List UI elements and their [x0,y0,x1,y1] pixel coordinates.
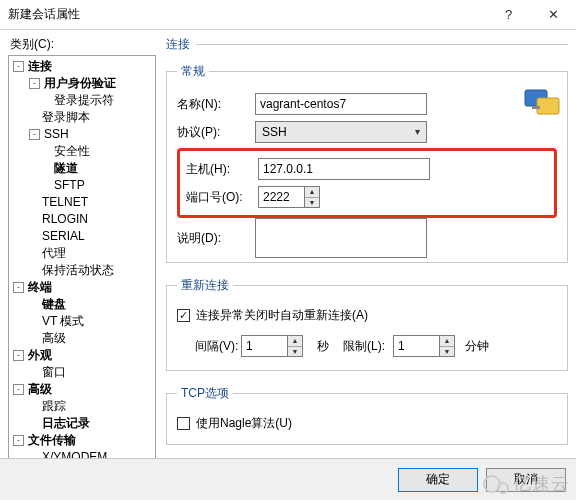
input-host[interactable] [258,158,430,180]
input-port[interactable]: ▲▼ [258,186,320,208]
tree-node-advanced-terminal[interactable]: 高级 [9,330,155,347]
tree-node-telnet[interactable]: TELNET [9,194,155,211]
tree-node-login-prompt[interactable]: 登录提示符 [9,92,155,109]
unit-seconds: 秒 [303,338,343,355]
collapse-icon[interactable]: - [13,61,24,72]
select-protocol[interactable]: SSH ▾ [255,121,427,143]
close-button[interactable]: ✕ [531,0,576,29]
input-description[interactable] [255,218,427,258]
ok-button[interactable]: 确定 [398,468,478,492]
unit-minutes: 分钟 [455,338,489,355]
label-name: 名称(N): [177,96,255,113]
row-host: 主机(H): [186,155,548,183]
label-interval: 间隔(V): [177,338,241,355]
group-reconnect: 重新连接 ✓ 连接异常关闭时自动重新连接(A) 间隔(V): ▲▼ 秒 限制(L… [166,277,568,371]
label-protocol: 协议(P): [177,124,255,141]
tree-node-connection[interactable]: - 连接 [9,58,155,75]
tree-node-sftp[interactable]: SFTP [9,177,155,194]
row-port: 端口号(O): ▲▼ [186,183,548,211]
label-description: 说明(D): [177,230,255,247]
spinner-buttons[interactable]: ▲▼ [304,186,320,208]
category-panel: 类别(C): - 连接 - 用户身份验证 登录提示符 登录脚本 [8,36,156,460]
tree-node-vtmode[interactable]: VT 模式 [9,313,155,330]
row-interval: 间隔(V): ▲▼ 秒 限制(L): ▲▼ 分钟 [177,332,557,360]
tree-node-login-script[interactable]: 登录脚本 [9,109,155,126]
tree-node-appearance[interactable]: - 外观 [9,347,155,364]
collapse-icon[interactable]: - [13,282,24,293]
spinner-buttons[interactable]: ▲▼ [287,335,303,357]
collapse-icon[interactable]: - [29,129,40,140]
label-limit: 限制(L): [343,338,393,355]
tree-node-trace[interactable]: 跟踪 [9,398,155,415]
collapse-icon[interactable]: - [29,78,40,89]
svg-rect-2 [532,106,540,109]
tree-node-filetransfer[interactable]: - 文件传输 [9,432,155,449]
tree-node-serial[interactable]: SERIAL [9,228,155,245]
tree-node-ssh[interactable]: - SSH [9,126,155,143]
spinner-buttons[interactable]: ▲▼ [439,335,455,357]
titlebar: 新建会话属性 ? ✕ [0,0,576,30]
collapse-icon[interactable]: - [13,435,24,446]
group-general-legend: 常规 [177,63,209,80]
dialog-footer: 确定 取消 [0,458,576,500]
monitor-icon [523,88,563,122]
tree-node-advanced[interactable]: - 高级 [9,381,155,398]
row-description: 说明(D): [177,224,557,252]
group-tcp: TCP选项 使用Nagle算法(U) [166,385,568,445]
group-reconnect-legend: 重新连接 [177,277,233,294]
label-nagle: 使用Nagle算法(U) [196,415,292,432]
tree-node-rlogin[interactable]: RLOGIN [9,211,155,228]
tree-node-logging[interactable]: 日志记录 [9,415,155,432]
row-protocol: 协议(P): SSH ▾ [177,118,557,146]
group-tcp-legend: TCP选项 [177,385,233,402]
row-auto-reconnect[interactable]: ✓ 连接异常关闭时自动重新连接(A) [177,304,557,326]
category-label: 类别(C): [8,36,156,53]
tree-node-window[interactable]: 窗口 [9,364,155,381]
panel-header: 连接 [166,36,568,57]
row-name: 名称(N): [177,90,557,118]
label-port: 端口号(O): [186,189,258,206]
input-interval[interactable]: ▲▼ [241,335,303,357]
tree-node-keyboard[interactable]: 键盘 [9,296,155,313]
checkbox-auto-reconnect[interactable]: ✓ [177,309,190,322]
input-name[interactable] [255,93,427,115]
tree-node-keepalive[interactable]: 保持活动状态 [9,262,155,279]
highlight-host-port: 主机(H): 端口号(O): ▲▼ [177,148,557,218]
help-button[interactable]: ? [486,0,531,29]
tree-node-proxy[interactable]: 代理 [9,245,155,262]
cancel-button[interactable]: 取消 [486,468,566,492]
tree-node-security[interactable]: 安全性 [9,143,155,160]
group-general: 常规 名称(N): 协议(P): SSH ▾ 主机(H): [166,63,568,263]
category-tree[interactable]: - 连接 - 用户身份验证 登录提示符 登录脚本 - SSH [8,55,156,460]
collapse-icon[interactable]: - [13,384,24,395]
tree-node-tunnel[interactable]: 隧道 [9,160,155,177]
input-limit[interactable]: ▲▼ [393,335,455,357]
label-auto-reconnect: 连接异常关闭时自动重新连接(A) [196,307,368,324]
tree-node-auth[interactable]: - 用户身份验证 [9,75,155,92]
window-title: 新建会话属性 [8,6,486,23]
label-host: 主机(H): [186,161,258,178]
settings-panel: 连接 常规 名称(N): 协议(P): SSH ▾ [156,36,568,460]
chevron-down-icon: ▾ [415,126,420,137]
collapse-icon[interactable]: - [13,350,24,361]
row-nagle[interactable]: 使用Nagle算法(U) [177,412,557,434]
svg-rect-1 [537,98,559,114]
window-controls: ? ✕ [486,0,576,29]
checkbox-nagle[interactable] [177,417,190,430]
tree-node-terminal[interactable]: - 终端 [9,279,155,296]
dialog-body: 类别(C): - 连接 - 用户身份验证 登录提示符 登录脚本 [0,30,576,460]
